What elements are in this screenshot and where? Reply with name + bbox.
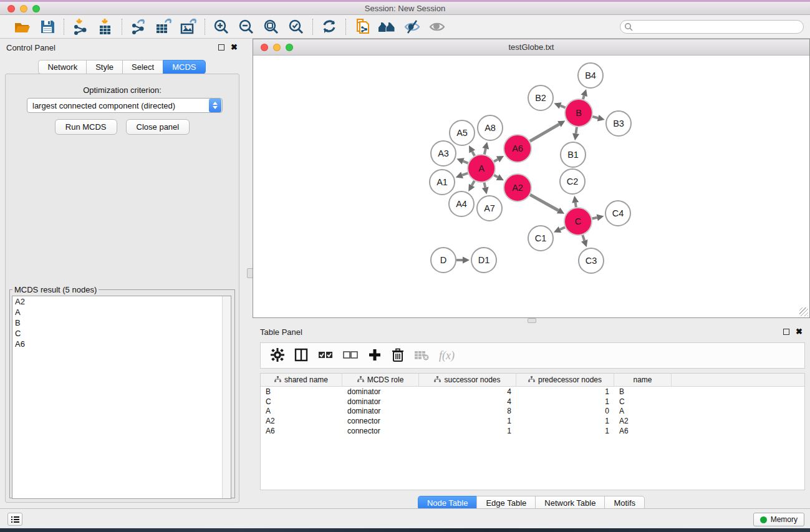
cell-predecessor-nodes[interactable]: 1 — [516, 417, 614, 425]
mcds-result-item[interactable]: A6 — [12, 339, 231, 349]
import-table-icon[interactable] — [95, 18, 115, 36]
task-history-button[interactable] — [7, 513, 22, 526]
cell-shared-name[interactable]: A6 — [261, 427, 342, 435]
edge-B-B1[interactable] — [576, 127, 577, 134]
cell-successor-nodes[interactable]: 8 — [419, 407, 516, 415]
deselect-all-icon[interactable] — [343, 350, 358, 362]
cell-shared-name[interactable]: A — [261, 407, 342, 415]
cell-name[interactable]: C — [614, 397, 672, 406]
edge-A2-C[interactable] — [530, 195, 558, 210]
network-canvas[interactable]: B4B2BB3A5A8A6A3B1AA1C2A2A4A7C4CC1C3DD1 — [253, 56, 809, 317]
mcds-result-item[interactable]: C — [12, 328, 231, 339]
network-minimize-icon[interactable] — [273, 44, 281, 51]
export-table-icon[interactable] — [153, 18, 173, 36]
cell-MCDS-role[interactable]: dominator — [342, 407, 419, 415]
run-mcds-button[interactable]: Run MCDS — [55, 119, 117, 135]
cell-name[interactable]: A — [614, 407, 672, 415]
edge-B-B2[interactable] — [561, 105, 566, 107]
zoom-in-icon[interactable] — [211, 18, 231, 36]
edge-A-A4[interactable] — [472, 181, 475, 185]
cell-name[interactable]: B — [614, 387, 672, 396]
edge-A-A3[interactable] — [463, 161, 468, 163]
network-window-titlebar[interactable]: testGlobe.txt — [253, 39, 809, 56]
cell-shared-name[interactable]: B — [261, 387, 342, 396]
edge-B-B4[interactable] — [583, 95, 584, 99]
edge-A-A5[interactable] — [472, 152, 475, 156]
cell-predecessor-nodes[interactable]: 1 — [516, 427, 614, 435]
edge-A-A7[interactable] — [485, 183, 486, 188]
create-column-plus-icon[interactable] — [368, 348, 382, 364]
table-float-icon[interactable] — [783, 329, 789, 335]
cell-name[interactable]: A6 — [614, 427, 672, 435]
column-header-predecessor-nodes[interactable]: predecessor nodes — [516, 374, 614, 386]
hide-details-icon[interactable] — [402, 18, 422, 36]
optimization-criterion-select[interactable]: largest connected component (directed) — [27, 98, 223, 113]
export-image-icon[interactable] — [178, 18, 198, 36]
edge-C-C4[interactable] — [592, 218, 597, 219]
cell-name[interactable]: A2 — [614, 417, 672, 425]
cell-successor-nodes[interactable]: 1 — [419, 417, 516, 425]
result-list-scrollbar[interactable] — [222, 296, 231, 498]
cell-shared-name[interactable]: A2 — [261, 417, 342, 425]
select-all-icon[interactable] — [318, 350, 333, 362]
cell-MCDS-role[interactable]: dominator — [342, 397, 419, 406]
float-panel-icon[interactable] — [218, 44, 224, 51]
apply-layout-icon[interactable] — [319, 18, 339, 36]
cell-MCDS-role[interactable]: connector — [342, 427, 419, 435]
tab-mcds[interactable]: MCDS — [163, 60, 205, 74]
column-header-successor-nodes[interactable]: successor nodes — [419, 374, 516, 386]
column-header-name[interactable]: name — [614, 374, 672, 386]
window-resize-grip[interactable] — [799, 307, 808, 316]
mcds-result-item[interactable]: B — [12, 317, 231, 328]
edge-A-A8[interactable] — [485, 148, 486, 154]
horizontal-split-grip[interactable] — [528, 318, 536, 323]
cell-successor-nodes[interactable]: 4 — [419, 387, 516, 396]
cell-predecessor-nodes[interactable]: 1 — [516, 397, 614, 406]
save-session-icon[interactable] — [37, 18, 57, 36]
cell-MCDS-role[interactable]: connector — [342, 417, 419, 425]
table-row[interactable]: A2connector11A2 — [261, 416, 804, 426]
mcds-result-item[interactable]: A2 — [12, 296, 231, 307]
home-icon[interactable] — [377, 18, 397, 36]
minimize-window-icon[interactable] — [20, 5, 27, 12]
edge-B-B3[interactable] — [592, 117, 598, 118]
edge-A-A6[interactable] — [494, 159, 498, 161]
cell-shared-name[interactable]: C — [261, 397, 342, 406]
table-close-icon[interactable]: ✖ — [796, 329, 803, 335]
network-close-icon[interactable] — [261, 44, 268, 51]
cell-MCDS-role[interactable]: dominator — [342, 387, 419, 396]
table-row[interactable]: Cdominator41C — [261, 397, 804, 407]
memory-button[interactable]: Memory — [753, 513, 804, 526]
table-settings-gear-icon[interactable] — [271, 348, 284, 364]
edge-A-A2[interactable] — [494, 175, 498, 177]
mcds-result-item[interactable]: A — [12, 307, 231, 317]
column-header-shared-name[interactable]: shared name — [261, 374, 342, 386]
tab-style[interactable]: Style — [86, 60, 122, 74]
show-details-icon[interactable] — [427, 18, 447, 36]
delete-column-trash-icon[interactable] — [392, 348, 404, 364]
table-row[interactable]: A6connector11A6 — [261, 426, 804, 436]
edge-C-C2[interactable] — [576, 203, 576, 208]
cell-successor-nodes[interactable]: 4 — [419, 397, 516, 406]
close-window-icon[interactable] — [7, 5, 15, 12]
cell-predecessor-nodes[interactable]: 0 — [516, 407, 614, 415]
tab-select[interactable]: Select — [122, 60, 163, 74]
duplicate-network-icon[interactable] — [352, 18, 372, 36]
export-network-icon[interactable] — [128, 18, 148, 36]
table-row[interactable]: Bdominator41B — [261, 387, 804, 397]
edge-A-A1[interactable] — [462, 173, 468, 175]
column-header-MCDS-role[interactable]: MCDS role — [342, 374, 419, 386]
zoom-window-icon[interactable] — [32, 5, 40, 12]
edge-C-C3[interactable] — [582, 235, 584, 241]
network-zoom-icon[interactable] — [286, 44, 293, 51]
import-network-icon[interactable] — [70, 18, 90, 36]
cell-successor-nodes[interactable]: 1 — [419, 427, 516, 435]
edge-C-C1[interactable] — [560, 227, 565, 230]
cell-predecessor-nodes[interactable]: 1 — [516, 387, 614, 396]
zoom-out-icon[interactable] — [236, 18, 256, 36]
edge-A6-B[interactable] — [530, 124, 559, 141]
tab-network[interactable]: Network — [38, 60, 86, 74]
mcds-result-list[interactable]: A2ABCA6 — [12, 296, 231, 499]
network-graph[interactable]: B4B2BB3A5A8A6A3B1AA1C2A2A4A7C4CC1C3DD1 — [253, 56, 809, 317]
show-column-panel-icon[interactable] — [294, 348, 308, 364]
